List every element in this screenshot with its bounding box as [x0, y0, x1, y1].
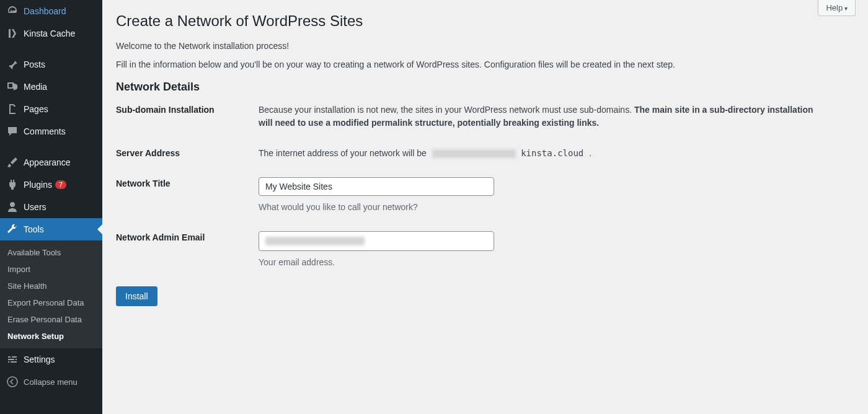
- sidebar-item-users[interactable]: Users: [0, 196, 102, 218]
- page-title: Create a Network of WordPress Sites: [116, 12, 854, 30]
- sidebar-label: Comments: [24, 126, 66, 136]
- intro-text: Welcome to the Network installation proc…: [116, 41, 854, 69]
- sidebar-label: Media: [24, 82, 47, 92]
- comment-icon: [6, 125, 19, 138]
- sidebar-item-settings[interactable]: Settings: [0, 348, 102, 371]
- submenu-import[interactable]: Import: [0, 261, 102, 278]
- row-admin-email: Network Admin Email Your email address.: [116, 231, 854, 269]
- label-subdomain: Sub-domain Installation: [116, 103, 259, 130]
- instructions-text: Fill in the information below and you'll…: [116, 59, 854, 69]
- sidebar-item-appearance[interactable]: Appearance: [0, 151, 102, 174]
- row-subdomain: Sub-domain Installation Because your ins…: [116, 103, 854, 130]
- network-title-help: What would you like to call your network…: [259, 201, 817, 214]
- pin-icon: [6, 58, 19, 71]
- sidebar-label: Dashboard: [24, 6, 66, 16]
- user-icon: [6, 201, 19, 213]
- svg-point-0: [7, 377, 17, 387]
- collapse-icon: [6, 376, 19, 388]
- submenu-erase-personal-data[interactable]: Erase Personal Data: [0, 311, 102, 328]
- sidebar-item-tools[interactable]: Tools: [0, 218, 102, 240]
- sidebar-item-posts[interactable]: Posts: [0, 53, 102, 76]
- server-address-blurred: [432, 149, 516, 158]
- submenu-export-personal-data[interactable]: Export Personal Data: [0, 294, 102, 311]
- welcome-text: Welcome to the Network installation proc…: [116, 41, 854, 51]
- help-tab[interactable]: Help: [818, 0, 856, 16]
- collapse-menu[interactable]: Collapse menu: [0, 371, 102, 393]
- server-address-description: The internet address of your network wil…: [259, 147, 817, 160]
- collapse-label: Collapse menu: [24, 377, 78, 387]
- sidebar-item-kinsta-cache[interactable]: Kinsta Cache: [0, 22, 102, 45]
- admin-email-help: Your email address.: [259, 256, 817, 269]
- submenu-site-health[interactable]: Site Health: [0, 278, 102, 294]
- plug-icon: [6, 178, 19, 191]
- sidebar-label: Tools: [24, 224, 44, 234]
- main-content: Help Create a Network of WordPress Sites…: [102, 0, 868, 414]
- sidebar-item-comments[interactable]: Comments: [0, 120, 102, 143]
- sidebar-label: Posts: [24, 59, 45, 69]
- network-title-input[interactable]: [259, 177, 494, 196]
- sidebar-label: Kinsta Cache: [24, 29, 75, 38]
- sidebar-item-media[interactable]: Media: [0, 76, 102, 98]
- section-heading: Network Details: [116, 81, 854, 94]
- tools-submenu: Available Tools Import Site Health Expor…: [0, 240, 102, 348]
- admin-email-input[interactable]: [259, 231, 494, 251]
- kinsta-icon: [6, 27, 19, 40]
- page-icon: [6, 103, 19, 115]
- sidebar-item-plugins[interactable]: Plugins 7: [0, 174, 102, 196]
- server-address-value: kinsta.cloud: [429, 147, 587, 159]
- admin-email-blurred: [265, 237, 365, 245]
- wrench-icon: [6, 223, 19, 236]
- submenu-available-tools[interactable]: Available Tools: [0, 244, 102, 261]
- sidebar-label: Appearance: [24, 157, 71, 167]
- subdomain-description: Because your installation is not new, th…: [259, 103, 817, 130]
- row-network-title: Network Title What would you like to cal…: [116, 177, 854, 214]
- media-icon: [6, 81, 19, 93]
- label-server-address: Server Address: [116, 147, 259, 160]
- brush-icon: [6, 156, 19, 169]
- install-button[interactable]: Install: [116, 286, 157, 306]
- submenu-network-setup[interactable]: Network Setup: [0, 328, 102, 345]
- sidebar-label: Settings: [24, 355, 55, 364]
- dashboard-icon: [6, 5, 19, 17]
- row-server-address: Server Address The internet address of y…: [116, 147, 854, 160]
- plugins-update-badge: 7: [55, 180, 66, 189]
- sliders-icon: [6, 353, 19, 366]
- label-network-title: Network Title: [116, 177, 259, 214]
- sidebar-item-dashboard[interactable]: Dashboard: [0, 0, 102, 22]
- admin-sidebar: Dashboard Kinsta Cache Posts Media Pages…: [0, 0, 102, 414]
- sidebar-label: Users: [24, 202, 46, 212]
- sidebar-label: Pages: [24, 104, 48, 114]
- sidebar-item-pages[interactable]: Pages: [0, 98, 102, 120]
- sidebar-label: Plugins: [24, 180, 52, 190]
- label-admin-email: Network Admin Email: [116, 231, 259, 269]
